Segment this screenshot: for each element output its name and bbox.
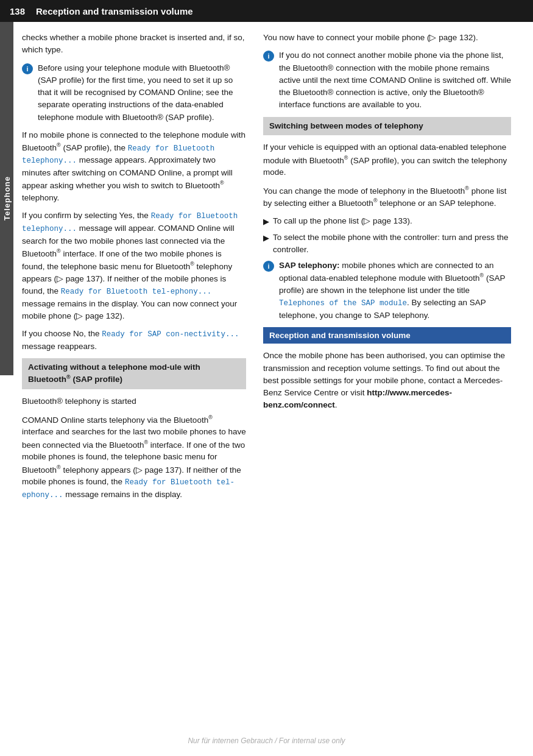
arrow-icon-2: ▶	[263, 232, 269, 256]
right-info2: i SAP telephony: mobile phones which are…	[263, 260, 511, 322]
left-info1: i Before using your telephone module wit…	[22, 62, 246, 124]
reception-box-text: Reception and transmission volume	[269, 331, 411, 340]
right-para4: Once the mobile phone has been authorise…	[263, 350, 511, 411]
left-column: checks whether a mobile phone bracket is…	[13, 32, 257, 507]
mono2: Ready for Bluetooth telephony...	[22, 212, 238, 233]
right-info2-text: SAP telephony: mobile phones which are c…	[279, 260, 511, 322]
sidebar-label-text: Telephone	[2, 176, 12, 221]
left-para6: COMAND Online starts telephony via the B…	[22, 414, 246, 501]
mono4: Ready for SAP con-nectivity...	[102, 330, 239, 339]
left-para5: Bluetooth® telephony is started	[22, 395, 246, 408]
info-icon-1: i	[22, 63, 33, 74]
right-info1-text: If you do not connect another mobile pho…	[279, 49, 511, 111]
mono5: Ready for Bluetooth tel-ephony...	[22, 478, 235, 500]
page-number: 138	[10, 6, 25, 16]
mono1: Ready for Bluetooth telephony...	[22, 144, 214, 166]
section-box1: Activating without a telephone mod-ule w…	[22, 358, 246, 389]
main-content: checks whether a mobile phone bracket is…	[13, 22, 533, 507]
right-info1: i If you do not connect another mobile p…	[263, 49, 511, 111]
mono3: Ready for Bluetooth tel-ephony...	[61, 288, 212, 296]
url-text: http://www.mercedes-benz.com/connect	[263, 388, 452, 409]
arrow-text-2: To select the mobile phone with the cont…	[273, 231, 511, 256]
arrow-icon-1: ▶	[263, 216, 269, 228]
left-para3: If you confirm by selecting Yes, the Rea…	[22, 210, 246, 322]
sidebar-label: Telephone	[0, 22, 13, 375]
right-para2: If your vehicle is equipped with an opti…	[263, 141, 511, 178]
section-box1-text: Activating without a telephone mod-ule w…	[28, 362, 200, 384]
right-column: You now have to connect your mobile phon…	[257, 32, 522, 507]
reception-section-box: Reception and transmission volume	[263, 327, 511, 344]
right-para3: You can change the mode of telephony in …	[263, 185, 511, 210]
header-title: Reception and transmission volume	[36, 6, 193, 16]
info-icon-3: i	[263, 261, 274, 272]
mono6: Telephones of the SAP module	[279, 299, 407, 308]
left-para2: If no mobile phone is connected to the t…	[22, 129, 246, 205]
info-icon-2: i	[263, 51, 274, 62]
watermark: Nur für internen Gebrauch / For internal…	[0, 737, 533, 745]
left-para4: If you choose No, the Ready for SAP con-…	[22, 328, 246, 353]
right-para1: You now have to connect your mobile phon…	[263, 32, 511, 44]
left-para1: checks whether a mobile phone bracket is…	[22, 32, 246, 57]
section-box2: Switching between modes of telephony	[263, 117, 511, 136]
arrow-text-1: To call up the phone list (▷ page 133).	[273, 215, 412, 228]
header-bar: 138 Reception and transmission volume	[0, 0, 533, 22]
arrow-item-2: ▶ To select the mobile phone with the co…	[263, 231, 511, 256]
left-info1-text: Before using your telephone module with …	[38, 62, 246, 124]
section-box2-text: Switching between modes of telephony	[269, 121, 423, 130]
arrow-item-1: ▶ To call up the phone list (▷ page 133)…	[263, 215, 511, 228]
sap-telephony-bold: SAP telephony:	[279, 261, 340, 270]
